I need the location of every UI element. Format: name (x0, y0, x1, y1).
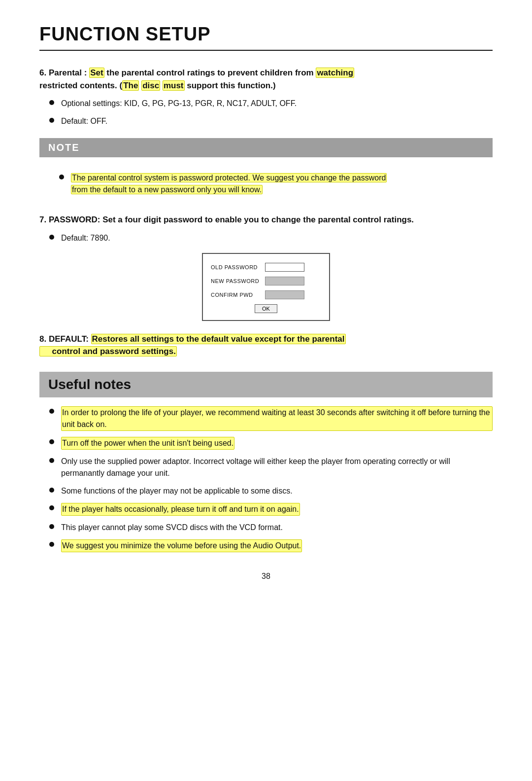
password-bullets: Default: 7890. (49, 232, 493, 244)
useful-note-dot-1 (49, 409, 54, 414)
useful-note-dot-7 (49, 542, 54, 547)
bullet-dot-1 (49, 100, 54, 105)
parental-header: 6. Parental : Set the parental control r… (39, 67, 493, 92)
new-password-label: NEW PASSWORD (211, 278, 265, 284)
section-default: 8. DEFAULT: Restores all settings to the… (39, 333, 493, 358)
useful-note-1-text: In order to prolong the life of your pla… (61, 406, 493, 431)
parental-highlight-set: Set (89, 68, 104, 78)
parental-line2-plain: restricted contents. ( (39, 81, 122, 90)
default-highlight2: control and password settings. (39, 346, 177, 356)
default-highlight1: Restores all settings to the default val… (91, 334, 346, 344)
parental-bullet2-text: Default: OFF. (61, 115, 107, 127)
useful-note-5-text: If the player halts occasionally, please… (61, 503, 300, 516)
default-number: 8. (39, 334, 46, 344)
note-highlight-line2: from the default to a new password only … (71, 185, 263, 194)
confirm-password-row: CONFIRM PWD (211, 290, 321, 299)
parental-bullet1: Optional settings: KID, G, PG, PG-13, PG… (49, 98, 493, 109)
useful-note-6-text: This player cannot play some SVCD discs … (61, 522, 283, 533)
note-bullet1: The parental control system is password … (59, 172, 493, 196)
useful-note-2: Turn off the power when the unit isn't b… (49, 437, 493, 450)
default-header: 8. DEFAULT: Restores all settings to the… (39, 333, 493, 358)
password-bullet1: Default: 7890. (49, 232, 493, 244)
new-password-field[interactable] (265, 277, 304, 285)
password-bullet1-text: Default: 7890. (61, 232, 110, 244)
useful-note-4: Some functions of the player may not be … (49, 485, 493, 497)
ok-button[interactable]: OK (255, 304, 277, 313)
parental-highlight-must: must (163, 80, 185, 91)
useful-note-3-text: Only use the supplied power adaptor. Inc… (61, 456, 493, 479)
note-bullet-dot (59, 175, 64, 179)
useful-notes-list: In order to prolong the life of your pla… (49, 406, 493, 552)
section-parental: 6. Parental : Set the parental control r… (39, 67, 493, 127)
note-title: NOTE (48, 142, 80, 153)
section-password: 7. PASSWORD: Set a four digit password t… (39, 213, 493, 321)
parental-label: Parental : (49, 68, 87, 77)
old-password-row: OLD PASSWORD (211, 263, 321, 272)
useful-note-6: This player cannot play some SVCD discs … (49, 522, 493, 533)
useful-note-1: In order to prolong the life of your pla… (49, 406, 493, 431)
useful-note-dot-2 (49, 439, 54, 444)
useful-note-dot-4 (49, 488, 54, 493)
note-bullets: The parental control system is password … (59, 172, 493, 196)
note-bullet1-text: The parental control system is password … (71, 172, 387, 196)
useful-note-dot-3 (49, 458, 54, 463)
useful-note-7-text: We suggest you minimize the volume befor… (61, 539, 302, 552)
page-title: FUNCTION SETUP (39, 24, 493, 45)
useful-note-5: If the player halts occasionally, please… (49, 503, 493, 516)
password-header-text: PASSWORD: Set a four digit password to e… (49, 215, 414, 224)
parental-number: 6. (39, 68, 46, 77)
parental-end: support this function.) (185, 81, 276, 90)
password-header: 7. PASSWORD: Set a four digit password t… (39, 213, 493, 226)
parental-highlight-disc: disc (141, 80, 160, 91)
page-number: 38 (39, 572, 493, 581)
new-password-row: NEW PASSWORD (211, 277, 321, 285)
parental-highlight-the: The (122, 80, 139, 91)
useful-notes-title: Useful notes (48, 377, 131, 392)
parental-bullet1-text: Optional settings: KID, G, PG, PG-13, PG… (61, 98, 297, 109)
default-label: DEFAULT: (49, 334, 89, 344)
confirm-password-field[interactable] (265, 290, 304, 299)
useful-note-7: We suggest you minimize the volume befor… (49, 539, 493, 552)
useful-note-3: Only use the supplied power adaptor. Inc… (49, 456, 493, 479)
old-password-label: OLD PASSWORD (211, 264, 265, 270)
parental-desc-plain: the parental control ratings to prevent … (104, 68, 316, 77)
useful-note-dot-6 (49, 524, 54, 529)
password-bullet-dot (49, 235, 54, 240)
parental-highlight-watching: watching (316, 68, 354, 78)
note-highlight: The parental control system is password … (71, 173, 387, 182)
password-number: 7. (39, 215, 46, 224)
parental-bullets: Optional settings: KID, G, PG, PG-13, PG… (49, 98, 493, 127)
password-dialog: OLD PASSWORD NEW PASSWORD CONFIRM PWD OK (202, 253, 330, 321)
confirm-password-label: CONFIRM PWD (211, 292, 265, 298)
title-divider (39, 50, 493, 51)
bullet-dot-2 (49, 118, 54, 123)
useful-note-2-text: Turn off the power when the unit isn't b… (61, 437, 234, 450)
useful-note-4-text: Some functions of the player may not be … (61, 485, 293, 497)
useful-note-dot-5 (49, 505, 54, 510)
note-content: The parental control system is password … (39, 165, 493, 205)
note-box-header: NOTE (39, 138, 493, 157)
parental-bullet2: Default: OFF. (49, 115, 493, 127)
old-password-field[interactable] (265, 263, 304, 272)
useful-notes-header: Useful notes (39, 372, 493, 397)
